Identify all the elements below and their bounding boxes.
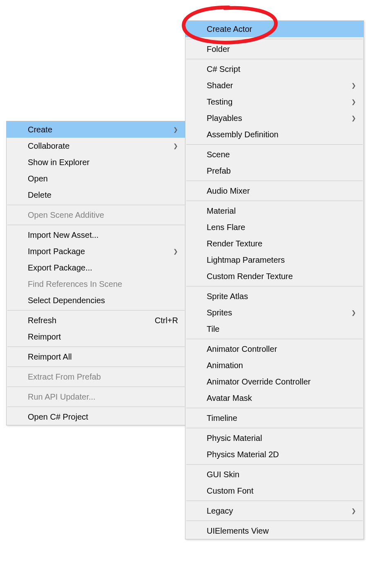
menu-item-label: UIElements View: [207, 526, 356, 536]
menu-item-audio-mixer[interactable]: Audio Mixer: [185, 183, 364, 199]
menu-item-label: Extract From Prefab: [28, 372, 178, 382]
menu-item-label: Material: [207, 206, 356, 216]
menu-item-label: Import Package: [28, 247, 170, 256]
menu-separator: [186, 428, 363, 428]
menu-item-folder[interactable]: Folder: [185, 41, 364, 57]
menu-item-label: Shader: [207, 81, 348, 90]
menu-item-assembly-definition[interactable]: Assembly Definition: [185, 126, 364, 143]
menu-item-animator-controller[interactable]: Animator Controller: [185, 341, 364, 357]
menu-item-open-c-project[interactable]: Open C# Project: [7, 409, 185, 425]
menu-item-lens-flare[interactable]: Lens Flare: [185, 219, 364, 235]
menu-item-label: Lightmap Parameters: [207, 255, 356, 265]
menu-separator: [7, 347, 185, 347]
menu-item-open-scene-additive: Open Scene Additive: [7, 207, 185, 223]
menu-item-avatar-mask[interactable]: Avatar Mask: [185, 390, 364, 406]
menu-item-physics-material-2d[interactable]: Physics Material 2D: [185, 446, 364, 463]
menu-item-scene[interactable]: Scene: [185, 146, 364, 163]
menu-item-show-in-explorer[interactable]: Show in Explorer: [7, 154, 185, 170]
menu-item-run-api-updater: Run API Updater...: [7, 389, 185, 405]
submenu-arrow-icon: ❯: [351, 98, 356, 105]
menu-item-label: GUI Skin: [207, 470, 356, 479]
menu-item-legacy[interactable]: Legacy❯: [185, 503, 364, 519]
menu-item-material[interactable]: Material: [185, 203, 364, 219]
menu-item-refresh[interactable]: RefreshCtrl+R: [7, 312, 185, 329]
menu-item-gui-skin[interactable]: GUI Skin: [185, 466, 364, 483]
menu-separator: [186, 501, 363, 501]
menu-separator: [7, 310, 185, 311]
menu-item-label: Custom Font: [207, 486, 356, 496]
menu-separator: [186, 521, 363, 521]
menu-item-create-actor[interactable]: Create Actor: [185, 21, 364, 37]
submenu-arrow-icon: ❯: [351, 508, 356, 514]
menu-item-label: Select Dependencies: [28, 296, 178, 305]
menu-item-import-package[interactable]: Import Package❯: [7, 243, 185, 259]
submenu-arrow-icon: ❯: [173, 143, 178, 149]
menu-item-label: Open C# Project: [28, 412, 178, 422]
menu-item-custom-render-texture[interactable]: Custom Render Texture: [185, 268, 364, 284]
menu-item-label: Animator Override Controller: [207, 377, 356, 387]
menu-item-playables[interactable]: Playables❯: [185, 110, 364, 126]
menu-item-open[interactable]: Open: [7, 170, 185, 187]
menu-item-label: Create: [28, 125, 170, 134]
menu-item-label: Sprite Atlas: [207, 292, 356, 301]
menu-separator: [7, 407, 185, 407]
menu-item-label: Physics Material 2D: [207, 450, 356, 459]
menu-item-label: Reimport All: [28, 352, 178, 362]
menu-separator: [7, 387, 185, 387]
menu-item-label: Create Actor: [207, 25, 356, 34]
menu-separator: [186, 39, 363, 39]
menu-item-reimport[interactable]: Reimport: [7, 329, 185, 345]
menu-item-label: Run API Updater...: [28, 392, 178, 402]
menu-item-c-script[interactable]: C# Script: [185, 61, 364, 77]
menu-item-delete[interactable]: Delete: [7, 187, 185, 203]
menu-item-label: Open: [28, 174, 178, 183]
menu-separator: [186, 59, 363, 59]
menu-item-animation[interactable]: Animation: [185, 357, 364, 373]
menu-item-custom-font[interactable]: Custom Font: [185, 483, 364, 499]
menu-item-label: Folder: [207, 45, 356, 54]
menu-item-sprites[interactable]: Sprites❯: [185, 304, 364, 321]
menu-separator: [7, 225, 185, 225]
context-menu-right: Create ActorFolderC# ScriptShader❯Testin…: [185, 20, 364, 539]
menu-separator: [186, 181, 363, 181]
menu-item-label: Custom Render Texture: [207, 272, 356, 281]
menu-item-label: Find References In Scene: [28, 279, 178, 289]
menu-item-label: Physic Material: [207, 434, 356, 443]
menu-item-label: Show in Explorer: [28, 158, 178, 167]
menu-item-label: Timeline: [207, 414, 356, 423]
menu-item-uielements-view[interactable]: UIElements View: [185, 523, 364, 539]
menu-item-prefab[interactable]: Prefab: [185, 163, 364, 179]
menu-item-render-texture[interactable]: Render Texture: [185, 235, 364, 252]
menu-separator: [7, 205, 185, 205]
menu-item-label: Import New Asset...: [28, 230, 178, 240]
submenu-arrow-icon: ❯: [351, 309, 356, 316]
menu-item-label: Collaborate: [28, 141, 170, 151]
menu-item-lightmap-parameters[interactable]: Lightmap Parameters: [185, 252, 364, 268]
menu-item-import-new-asset[interactable]: Import New Asset...: [7, 227, 185, 243]
menu-item-extract-from-prefab: Extract From Prefab: [7, 369, 185, 385]
menu-item-physic-material[interactable]: Physic Material: [185, 430, 364, 446]
menu-item-animator-override-controller[interactable]: Animator Override Controller: [185, 373, 364, 390]
menu-item-reimport-all[interactable]: Reimport All: [7, 349, 185, 365]
submenu-arrow-icon: ❯: [173, 126, 178, 133]
menu-item-collaborate[interactable]: Collaborate❯: [7, 138, 185, 154]
menu-item-create[interactable]: Create❯: [7, 121, 185, 138]
submenu-arrow-icon: ❯: [173, 248, 178, 255]
menu-item-timeline[interactable]: Timeline: [185, 410, 364, 426]
menu-item-tile[interactable]: Tile: [185, 321, 364, 337]
menu-separator: [7, 367, 185, 367]
submenu-arrow-icon: ❯: [351, 115, 356, 121]
menu-item-label: Tile: [207, 324, 356, 334]
menu-item-testing[interactable]: Testing❯: [185, 94, 364, 110]
menu-item-label: Sprites: [207, 308, 348, 317]
menu-item-label: Assembly Definition: [207, 130, 356, 139]
menu-separator: [186, 408, 363, 408]
menu-item-label: Delete: [28, 190, 178, 200]
menu-separator: [186, 464, 363, 465]
menu-item-select-dependencies[interactable]: Select Dependencies: [7, 292, 185, 309]
menu-item-sprite-atlas[interactable]: Sprite Atlas: [185, 288, 364, 304]
menu-item-export-package[interactable]: Export Package...: [7, 259, 185, 276]
menu-item-label: Avatar Mask: [207, 393, 356, 403]
menu-item-label: Audio Mixer: [207, 186, 356, 196]
menu-item-shader[interactable]: Shader❯: [185, 77, 364, 94]
